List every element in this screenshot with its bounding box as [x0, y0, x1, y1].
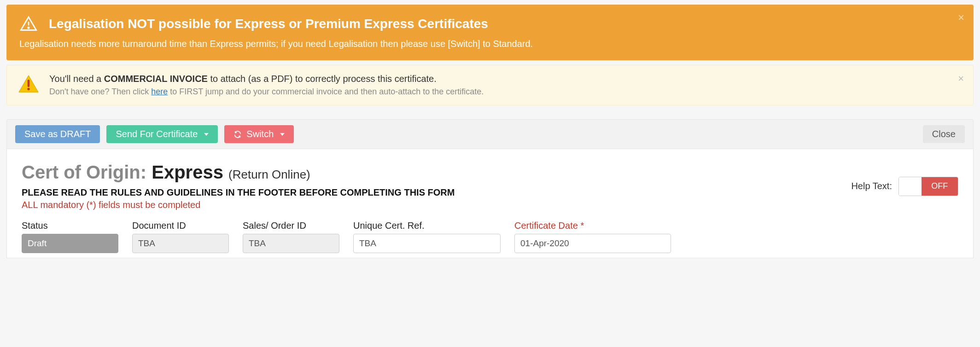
field-status: Status [22, 220, 118, 253]
field-document-id: Document ID [132, 220, 229, 253]
send-for-certificate-button[interactable]: Send For Certificate [106, 125, 218, 143]
warning-triangle-filled-icon [18, 74, 39, 95]
certificate-date-input[interactable] [514, 234, 671, 253]
alert-legalisation-warning: Legalisation NOT possible for Express or… [6, 5, 974, 60]
alert-invoice-line2: Don't have one? Then click here to FIRST… [49, 87, 484, 97]
switch-button[interactable]: Switch [224, 125, 294, 143]
button-label: Close [932, 129, 956, 139]
label-document-id: Document ID [132, 220, 229, 231]
field-sales-order-id: Sales/ Order ID [243, 220, 339, 253]
alert-subtitle: Legalisation needs more turnaround time … [19, 39, 961, 49]
svg-point-3 [27, 88, 29, 90]
label-certificate-date: Certificate Date * [514, 220, 671, 231]
field-certificate-date: Certificate Date * [514, 220, 671, 253]
save-draft-button[interactable]: Save as DRAFT [15, 125, 100, 143]
text: to attach (as a PDF) to correctly proces… [208, 74, 437, 84]
warning-triangle-icon [19, 15, 38, 33]
alert-title: Legalisation NOT possible for Express or… [49, 17, 488, 31]
help-text-toggle-wrap: Help Text: OFF [851, 177, 958, 196]
label-unique-cert-ref: Unique Cert. Ref. [353, 220, 501, 231]
alert-commercial-invoice: You'll need a COMMERCIAL INVOICE to atta… [6, 65, 974, 105]
sales-order-id-input [243, 234, 339, 253]
label-status: Status [22, 220, 118, 231]
document-id-input [132, 234, 229, 253]
title-prefix: Cert of Origin: [22, 162, 152, 182]
unique-cert-ref-input[interactable] [353, 234, 501, 253]
alert-invoice-line1: You'll need a COMMERCIAL INVOICE to atta… [49, 74, 484, 84]
help-text-label: Help Text: [851, 181, 892, 191]
text-bold: COMMERCIAL INVOICE [104, 74, 208, 84]
action-toolbar: Save as DRAFT Send For Certificate Switc… [6, 119, 974, 149]
help-text-toggle[interactable]: OFF [898, 177, 958, 196]
close-icon[interactable]: × [958, 73, 964, 85]
button-label: Switch [246, 129, 274, 139]
close-icon[interactable]: × [958, 11, 964, 24]
jump-here-link[interactable]: here [151, 87, 168, 96]
status-input [22, 234, 118, 253]
page-title: Cert of Origin: Express (Return Online) [22, 162, 455, 183]
form-panel: Cert of Origin: Express (Return Online) … [6, 149, 974, 258]
title-sub: (Return Online) [228, 168, 310, 181]
button-label: Send For Certificate [116, 129, 198, 139]
button-label: Save as DRAFT [24, 129, 91, 139]
svg-point-1 [28, 27, 29, 29]
label-sales-order-id: Sales/ Order ID [243, 220, 339, 231]
close-button[interactable]: Close [923, 125, 965, 143]
title-main: Express [152, 162, 223, 182]
refresh-icon [233, 130, 242, 139]
chevron-down-icon [204, 133, 209, 136]
text: to FIRST jump and do your commercial inv… [168, 87, 484, 96]
toggle-handle [899, 177, 922, 196]
chevron-down-icon [280, 133, 285, 136]
toggle-off-label: OFF [922, 177, 958, 196]
text: Don't have one? Then click [49, 87, 151, 96]
field-unique-cert-ref: Unique Cert. Ref. [353, 220, 501, 253]
mandatory-note: ALL mandatory (*) fields must be complet… [22, 200, 455, 210]
rules-note: PLEASE READ THE RULES AND GUIDELINES IN … [22, 187, 455, 198]
text: You'll need a [49, 74, 104, 84]
